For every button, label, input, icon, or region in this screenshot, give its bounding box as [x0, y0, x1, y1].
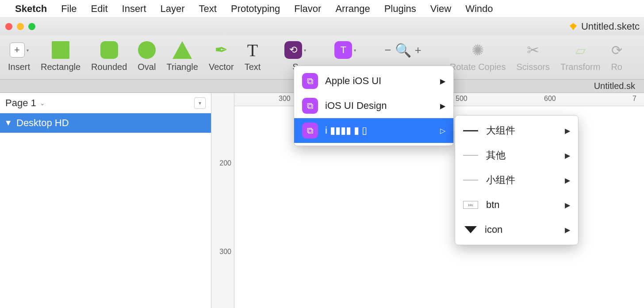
menu-item-label: Apple iOS UI — [325, 75, 381, 87]
close-window-button[interactable] — [5, 23, 12, 30]
submenu-arrow-icon: ▶ — [565, 151, 570, 160]
thumbnail-icon — [463, 130, 478, 131]
page-selector[interactable]: Page 1 ⌄ ▾ — [0, 93, 211, 113]
submenu-arrow-icon: ▶ — [565, 201, 570, 209]
text-icon: T — [247, 40, 258, 61]
menu-arrange[interactable]: Arrange — [335, 3, 370, 15]
submenu-item[interactable]: btn btn ▶ — [455, 192, 578, 217]
rotate-tool[interactable]: ⟳ Ro — [606, 39, 628, 72]
triangle-icon — [172, 41, 192, 59]
oval-icon — [138, 41, 156, 59]
rotate-copies-icon: ✺ — [472, 41, 484, 59]
minimize-window-button[interactable] — [17, 23, 24, 30]
menu-edit[interactable]: Edit — [91, 3, 108, 15]
symbol-library-item[interactable]: ⧉ iOS UI Design ▶ — [294, 93, 453, 118]
ruler-tick: 7 — [632, 95, 636, 103]
zoom-controls: − 🔍 + — [379, 39, 426, 62]
thumbnail-icon — [463, 180, 478, 181]
link-icon: ⧉ — [302, 123, 318, 139]
thumbnail-icon — [463, 155, 478, 156]
symbol-library-item-selected[interactable]: ⧉ i ▮▮▮▮ ▮ ▯ ▷ — [294, 118, 453, 143]
rectangle-tool[interactable]: Rectangle — [35, 39, 86, 72]
rotate-icon: ⟳ — [611, 42, 622, 58]
submenu-label: btn — [486, 199, 500, 211]
thumbnail-icon: btn — [463, 201, 478, 209]
traffic-lights — [5, 23, 35, 30]
rectangle-label: Rectangle — [41, 62, 80, 72]
insert-label: Insert — [8, 62, 30, 72]
submenu-arrow-icon: ▷ — [440, 127, 445, 135]
ruler-tick: 600 — [544, 95, 556, 103]
rotate-copies-label: Rotate Copies — [450, 62, 506, 72]
page-label: Page 1 — [5, 97, 36, 109]
thumbnail-icon — [464, 226, 477, 233]
submenu-arrow-icon: ▶ — [440, 102, 445, 110]
ruler-tick: 300 — [219, 248, 231, 256]
menu-prototyping[interactable]: Prototyping — [231, 3, 280, 15]
submenu-item[interactable]: icon ▶ — [455, 217, 578, 242]
rotate-label-trunc: Ro — [611, 62, 622, 72]
svg-marker-0 — [570, 23, 577, 30]
rounded-rectangle-icon — [100, 41, 118, 59]
menu-text[interactable]: Text — [199, 3, 217, 15]
rectangle-icon — [52, 41, 69, 59]
text-label: Text — [245, 62, 261, 72]
document-title-text: Untitled.sketc — [581, 21, 640, 32]
text-tool[interactable]: T Text — [239, 39, 266, 72]
menu-item-label: i ▮▮▮▮ ▮ ▯ — [325, 125, 367, 136]
document-title: Untitled.sketc — [569, 21, 640, 32]
text-symbol-icon: T — [334, 41, 352, 59]
menu-plugins[interactable]: Plugins — [384, 3, 416, 15]
window-titlebar: Untitled.sketc — [0, 18, 644, 35]
zoom-out-button[interactable]: − — [384, 43, 391, 57]
menu-window[interactable]: Windo — [465, 3, 493, 15]
ruler-tick: 300 — [279, 95, 291, 103]
insert-tool[interactable]: +▾ Insert — [3, 39, 35, 72]
submenu-item[interactable]: 大组件 ▶ — [455, 118, 578, 143]
menu-file[interactable]: File — [61, 3, 77, 15]
rounded-tool[interactable]: Rounded — [86, 39, 132, 72]
chevron-down-icon: ▾ — [354, 48, 356, 53]
transform-label: Transform — [560, 62, 600, 72]
chevron-down-icon: ⌄ — [40, 100, 45, 107]
symbol-category-submenu: 大组件 ▶ 其他 ▶ 小组件 ▶ btn btn ▶ icon ▶ — [455, 115, 579, 245]
submenu-label: icon — [485, 224, 502, 235]
menu-insert[interactable]: Insert — [122, 3, 146, 15]
layer-name: Desktop HD — [16, 117, 69, 129]
menu-app[interactable]: Sketch — [15, 3, 47, 15]
collapse-button[interactable]: ▾ — [194, 97, 206, 109]
triangle-tool[interactable]: Triangle — [161, 39, 203, 72]
transform-tool[interactable]: ▱ Transform — [555, 39, 606, 72]
oval-tool[interactable]: Oval — [132, 39, 161, 72]
menu-flavor[interactable]: Flavor — [294, 3, 321, 15]
menu-layer[interactable]: Layer — [161, 3, 185, 15]
text-styles-tool[interactable]: T▾ — [329, 39, 361, 62]
submenu-label: 其他 — [486, 149, 506, 162]
layer-row[interactable]: ▶ Desktop HD — [0, 113, 211, 133]
transform-icon: ▱ — [575, 42, 586, 58]
disclosure-triangle-icon[interactable]: ▶ — [5, 121, 12, 126]
fullscreen-window-button[interactable] — [28, 23, 35, 30]
document-tab[interactable]: Untitled.sk — [594, 81, 635, 91]
sketch-file-icon — [569, 22, 578, 31]
menu-view[interactable]: View — [430, 3, 451, 15]
submenu-item[interactable]: 小组件 ▶ — [455, 168, 578, 192]
submenu-label: 大组件 — [486, 124, 515, 137]
submenu-arrow-icon: ▶ — [565, 176, 570, 185]
triangle-label: Triangle — [166, 62, 198, 72]
rotate-symbol-icon: ⟲ — [284, 41, 302, 59]
submenu-arrow-icon: ▶ — [565, 226, 570, 234]
symbol-library-menu: ⧉ Apple iOS UI ▶ ⧉ iOS UI Design ▶ ⧉ i ▮… — [294, 65, 454, 146]
mac-menubar: Sketch File Edit Insert Layer Text Proto… — [0, 0, 644, 18]
plus-icon: + — [10, 42, 25, 58]
scissors-tool[interactable]: ✂ Scissors — [511, 39, 555, 72]
vector-tool[interactable]: ✒ Vector — [203, 39, 239, 72]
rotate-copies-tool[interactable]: ✺ Rotate Copies — [445, 39, 511, 72]
menu-item-label: iOS UI Design — [325, 100, 387, 112]
vector-label: Vector — [209, 62, 234, 72]
link-icon: ⧉ — [302, 98, 318, 114]
magnifier-icon[interactable]: 🔍 — [395, 42, 411, 58]
zoom-in-button[interactable]: + — [415, 43, 422, 57]
symbol-library-item[interactable]: ⧉ Apple iOS UI ▶ — [294, 69, 453, 93]
submenu-item[interactable]: 其他 ▶ — [455, 143, 578, 168]
